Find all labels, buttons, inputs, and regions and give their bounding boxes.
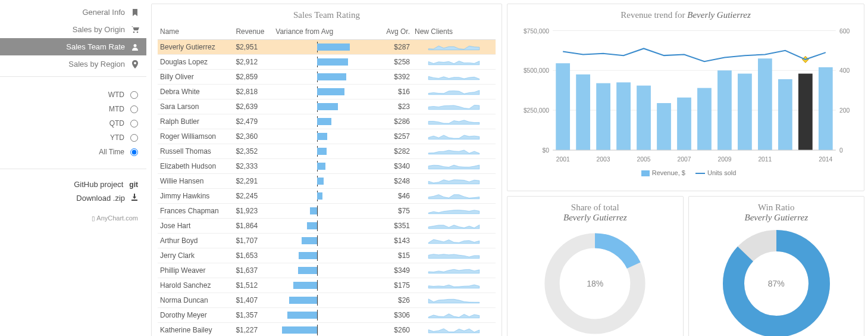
table-row[interactable]: Russell Thomas$2,352$282 xyxy=(158,144,496,159)
cell-revenue: $2,859 xyxy=(233,70,273,85)
cell-variance xyxy=(273,263,378,278)
cell-avgor: $306 xyxy=(378,308,412,323)
cell-variance xyxy=(273,99,378,114)
cell-sparkline xyxy=(412,144,496,159)
time-filter-qtd[interactable]: QTD xyxy=(0,116,138,130)
svg-rect-18 xyxy=(596,83,610,150)
table-row[interactable]: Jerry Clark$1,653$15 xyxy=(158,248,496,263)
svg-text:$0: $0 xyxy=(542,147,549,154)
cell-sparkline xyxy=(412,70,496,85)
cell-variance xyxy=(273,40,378,55)
table-row[interactable]: Phillip Weaver$1,637$349 xyxy=(158,263,496,278)
svg-text:$750,000: $750,000 xyxy=(524,28,549,35)
table-row[interactable]: Willie Hansen$2,291$248 xyxy=(158,174,496,189)
cell-sparkline xyxy=(412,129,496,144)
radio-input[interactable] xyxy=(130,120,138,127)
cell-avgor: $175 xyxy=(378,278,412,293)
table-row[interactable]: Harold Sanchez$1,512$175 xyxy=(158,278,496,293)
radio-input[interactable] xyxy=(130,105,138,113)
svg-text:2009: 2009 xyxy=(717,156,731,163)
table-title: Sales Team Rating xyxy=(158,9,496,25)
cell-name: Billy Oliver xyxy=(158,70,233,85)
table-row[interactable]: Katherine Bailey$1,227$260 xyxy=(158,323,496,337)
sales-team-table: Name Revenue Variance from Avg Avg Or. N… xyxy=(158,25,496,336)
cell-sparkline xyxy=(412,174,496,189)
cell-variance xyxy=(273,129,378,144)
svg-rect-29 xyxy=(819,67,833,150)
table-row[interactable]: Debra White$2,818$16 xyxy=(158,85,496,99)
cell-name: Sara Larson xyxy=(158,99,233,114)
table-row[interactable]: Ralph Butler$2,479$286 xyxy=(158,114,496,129)
time-filter-mtd[interactable]: MTD xyxy=(0,102,138,116)
cell-revenue: $1,357 xyxy=(233,308,273,323)
cell-variance xyxy=(273,159,378,174)
cell-variance xyxy=(273,278,378,293)
cell-revenue: $2,360 xyxy=(233,129,273,144)
table-row[interactable]: Jimmy Hawkins$2,245$46 xyxy=(158,189,496,204)
pin-icon xyxy=(131,60,139,69)
trend-legend: Revenue, $ Units sold xyxy=(513,168,858,176)
table-row[interactable]: Roger Williamson$2,360$257 xyxy=(158,129,496,144)
sidebar-footer[interactable]: ▯ AnyChart.com xyxy=(0,209,146,222)
share-donut[interactable]: 18% xyxy=(541,230,648,336)
link-download-zip[interactable]: Download .zip xyxy=(0,191,138,205)
cell-avgor: $282 xyxy=(378,144,412,159)
time-filter-wtd[interactable]: WTD xyxy=(0,88,138,102)
cell-variance xyxy=(273,85,378,99)
table-row[interactable]: Jose Hart$1,864$351 xyxy=(158,219,496,234)
nav-item-sales-by-region[interactable]: Sales by Region xyxy=(0,55,146,73)
time-filter-all-time[interactable]: All Time xyxy=(0,145,138,159)
radio-input[interactable] xyxy=(130,134,138,142)
cell-sparkline xyxy=(412,308,496,323)
svg-rect-25 xyxy=(738,74,752,150)
link-github-project[interactable]: GitHub projectgit xyxy=(0,178,138,191)
win-donut[interactable]: 87% xyxy=(723,230,830,336)
cell-name: Douglas Lopez xyxy=(158,55,233,70)
cell-sparkline xyxy=(412,219,496,234)
trend-chart[interactable]: $750,000$500,000$250,000$060040020002001… xyxy=(513,25,858,168)
table-row[interactable]: Arthur Boyd$1,707$143 xyxy=(158,234,496,248)
cell-avgor: $260 xyxy=(378,323,412,337)
col-revenue[interactable]: Revenue xyxy=(233,25,273,40)
cell-variance xyxy=(273,189,378,204)
col-name[interactable]: Name xyxy=(158,25,233,40)
table-row[interactable]: Norma Duncan$1,407$26 xyxy=(158,293,496,308)
table-row[interactable]: Beverly Gutierrez$2,951$287 xyxy=(158,40,496,55)
table-row[interactable]: Frances Chapman$1,923$75 xyxy=(158,204,496,219)
table-row[interactable]: Douglas Lopez$2,912$258 xyxy=(158,55,496,70)
time-filter-group: WTDMTDQTDYTDAll Time xyxy=(0,77,146,169)
svg-text:600: 600 xyxy=(839,28,850,35)
cell-avgor: $248 xyxy=(378,174,412,189)
cell-sparkline xyxy=(412,293,496,308)
cell-variance xyxy=(273,114,378,129)
table-row[interactable]: Elizabeth Hudson$2,333$340 xyxy=(158,159,496,174)
cell-avgor: $340 xyxy=(378,159,412,174)
col-newclients[interactable]: New Clients xyxy=(412,25,496,40)
col-avgor[interactable]: Avg Or. xyxy=(378,25,412,40)
radio-input[interactable] xyxy=(130,148,138,156)
table-row[interactable]: Sara Larson$2,639$23 xyxy=(158,99,496,114)
col-variance[interactable]: Variance from Avg xyxy=(273,25,378,40)
cell-sparkline xyxy=(412,55,496,70)
user-icon xyxy=(131,43,139,51)
cell-sparkline xyxy=(412,248,496,263)
nav-item-sales-team-rate[interactable]: Sales Team Rate xyxy=(0,38,146,55)
cell-avgor: $26 xyxy=(378,293,412,308)
svg-text:2007: 2007 xyxy=(677,156,691,163)
sidebar-nav: General InfoSales by OriginSales Team Ra… xyxy=(0,4,146,77)
time-filter-ytd[interactable]: YTD xyxy=(0,130,138,145)
revenue-trend-panel: Revenue trend for Beverly Gutierrez $750… xyxy=(507,4,864,191)
table-row[interactable]: Dorothy Meyer$1,357$306 xyxy=(158,308,496,323)
radio-input[interactable] xyxy=(130,91,138,99)
cell-name: Russell Thomas xyxy=(158,144,233,159)
cell-name: Norma Duncan xyxy=(158,293,233,308)
cell-variance xyxy=(273,55,378,70)
cell-revenue: $2,333 xyxy=(233,159,273,174)
nav-item-sales-by-origin[interactable]: Sales by Origin xyxy=(0,21,146,38)
cell-name: Katherine Bailey xyxy=(158,323,233,337)
cell-variance xyxy=(273,70,378,85)
table-row[interactable]: Billy Oliver$2,859$392 xyxy=(158,70,496,85)
nav-item-general-info[interactable]: General Info xyxy=(0,4,146,21)
cell-variance xyxy=(273,323,378,337)
cell-sparkline xyxy=(412,85,496,99)
